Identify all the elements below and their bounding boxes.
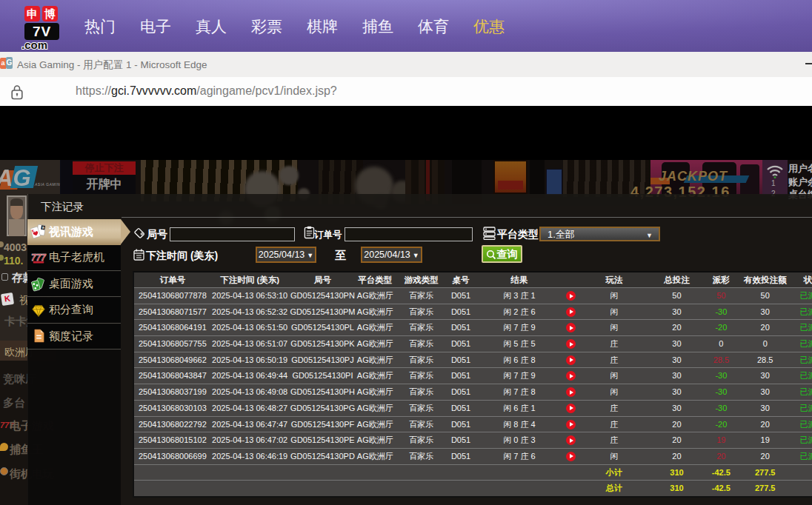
svg-text:777: 777: [31, 252, 47, 262]
